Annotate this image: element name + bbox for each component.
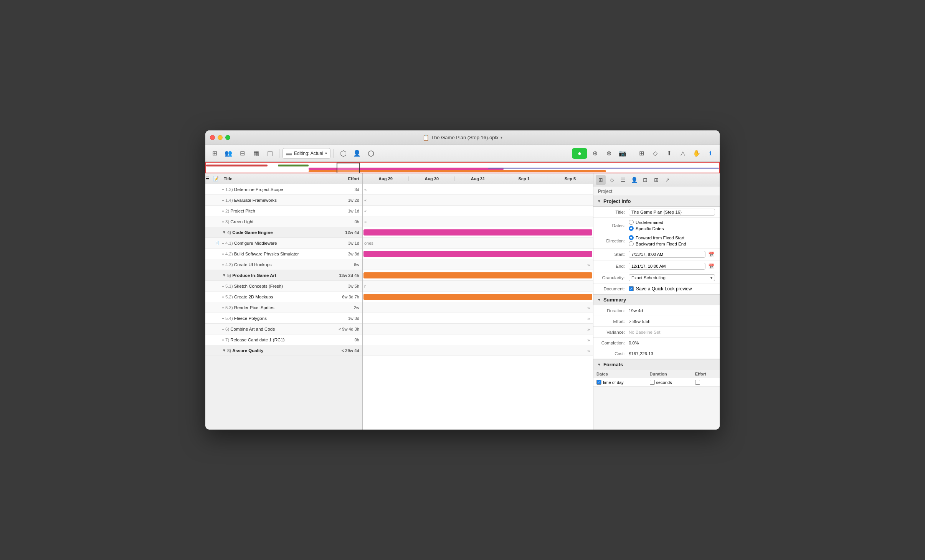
chart-row: » bbox=[363, 324, 593, 334]
overview-cursor[interactable] bbox=[337, 163, 360, 173]
table-row[interactable]: • 1.4) Evaluate Frameworks 1w 2d bbox=[205, 195, 362, 206]
back-nav-button[interactable]: ⬡ bbox=[337, 148, 349, 159]
row-title-cell: • 5.2) Create 2D Mockups bbox=[221, 295, 335, 299]
dropdown-arrow[interactable]: ▾ bbox=[500, 135, 502, 140]
layout-button[interactable]: ◫ bbox=[264, 148, 276, 159]
connect-button[interactable]: ⊕ bbox=[589, 148, 601, 159]
table-row[interactable]: ▼ 5) Produce In-Game Art 13w 2d 4h bbox=[205, 270, 362, 281]
table-row[interactable]: • 5.4) Fleece Polygons 1w 3d bbox=[205, 313, 362, 324]
row-id: 5.1) bbox=[225, 284, 233, 288]
green-action-button[interactable]: ● bbox=[572, 148, 587, 159]
row-effort-cell: 0h bbox=[335, 219, 362, 224]
table-row[interactable]: • 7) Release Candidate 1 (RC1) 0h bbox=[205, 334, 362, 345]
table-row[interactable]: • 2) Project Pitch 1w 1d bbox=[205, 206, 362, 216]
project-info-header[interactable]: ▼ Project Info bbox=[593, 196, 720, 207]
grid-view-button[interactable]: ⊟ bbox=[236, 148, 248, 159]
split-button[interactable]: ⊗ bbox=[603, 148, 615, 159]
table-row[interactable]: • 4.3) Create UI Hookups 6w bbox=[205, 259, 362, 270]
cost-value: $167,226.13 bbox=[629, 351, 653, 356]
row-bullet: • bbox=[222, 209, 224, 213]
triangle-button[interactable]: △ bbox=[677, 148, 689, 159]
dates-specific-radio[interactable] bbox=[629, 226, 634, 231]
table-row[interactable]: • 5.3) Render Pixel Sprites 2w bbox=[205, 302, 362, 313]
panel-btn-list[interactable]: ☰ bbox=[618, 175, 628, 185]
project-title-input[interactable] bbox=[629, 209, 715, 216]
maximize-button[interactable] bbox=[225, 135, 230, 140]
dates-specific-option[interactable]: Specific Dates bbox=[629, 226, 664, 231]
date-col-sep1: Sep 1 bbox=[501, 176, 547, 181]
panel-btn-project[interactable]: ⊞ bbox=[596, 175, 606, 185]
people-button[interactable]: 👥 bbox=[222, 148, 235, 159]
minimize-button[interactable] bbox=[218, 135, 223, 140]
row-title-text: Build Software Physics Simulator bbox=[234, 252, 299, 256]
table-row[interactable]: • 5.1) Sketch Concepts (Fresh) 3w 5h bbox=[205, 281, 362, 292]
table-row[interactable]: ▼ 8) Assure Quality < 29w 4d bbox=[205, 345, 362, 356]
panel-btn-table[interactable]: ⊞ bbox=[651, 175, 661, 185]
dates-checkbox[interactable]: ✓ bbox=[596, 380, 601, 385]
panel-btn-person[interactable]: 👤 bbox=[629, 175, 639, 185]
panel-btn-diamond[interactable]: ◇ bbox=[607, 175, 617, 185]
overview-bar[interactable] bbox=[205, 162, 720, 173]
row-bullet: • bbox=[222, 241, 224, 245]
editing-selector[interactable]: ▬ Editing: Actual ▾ bbox=[282, 148, 330, 159]
bar-view-button[interactable]: ▦ bbox=[250, 148, 262, 159]
row-title-text: Code Game Engine bbox=[232, 230, 273, 235]
row-effort-cell: 6w 3d 7h bbox=[335, 295, 362, 299]
panel-btn-resize[interactable]: ⊡ bbox=[640, 175, 650, 185]
table-row[interactable]: • 1.3) Determine Project Scope 3d bbox=[205, 184, 362, 195]
forward-nav-button[interactable]: ⬡ bbox=[365, 148, 377, 159]
table-row[interactable]: 📄 • 4.1) Configure Middleware 3w 1d bbox=[205, 238, 362, 249]
table-row[interactable]: • 4.2) Build Software Physics Simulator … bbox=[205, 249, 362, 259]
diamond-view-button[interactable]: ◇ bbox=[649, 148, 661, 159]
upload-button[interactable]: ⬆ bbox=[663, 148, 675, 159]
ov-bar-purple bbox=[488, 168, 719, 169]
duration-checkbox[interactable] bbox=[650, 380, 655, 385]
row-bullet: • bbox=[222, 338, 224, 342]
gantt-bar-code-engine[interactable] bbox=[363, 229, 592, 236]
granularity-select[interactable]: Exact Scheduling ▾ bbox=[629, 274, 715, 281]
direction-backward-option[interactable]: Backward from Fixed End bbox=[629, 241, 686, 246]
right-panel: ⊞ ◇ ☰ 👤 ⊡ ⊞ ↗ Project ▼ Project Info bbox=[593, 173, 720, 430]
document-checkbox[interactable]: ✓ bbox=[629, 286, 634, 291]
disclosure-icon[interactable]: ▼ bbox=[222, 273, 226, 277]
duration-field: Duration: 19w 4d bbox=[593, 305, 720, 316]
dates-undetermined-option[interactable]: Undetermined bbox=[629, 220, 664, 225]
table-row[interactable]: • 6) Combine Art and Code < 9w 4d 3h bbox=[205, 324, 362, 334]
formats-effort-cell bbox=[692, 378, 720, 387]
row-id: 4) bbox=[227, 230, 231, 235]
gantt-bar-art[interactable] bbox=[363, 272, 592, 278]
end-calendar-button[interactable]: 📅 bbox=[707, 262, 715, 270]
person-button[interactable]: 👤 bbox=[351, 148, 363, 159]
table-view-button[interactable]: ⊞ bbox=[635, 148, 648, 159]
direction-forward-option[interactable]: Forward from Fixed Start bbox=[629, 235, 686, 240]
chart-row: » bbox=[363, 334, 593, 345]
formats-col-dates: Dates bbox=[593, 370, 647, 378]
main-window: 📋 The Game Plan (Step 16).oplx ▾ ⊞ 👥 ⊟ ▦… bbox=[205, 130, 720, 430]
sidebar-toggle-button[interactable]: ⊞ bbox=[208, 148, 221, 159]
close-button[interactable] bbox=[210, 135, 215, 140]
start-calendar-button[interactable]: 📅 bbox=[707, 250, 715, 258]
end-date-input[interactable] bbox=[629, 263, 705, 270]
direction-backward-radio[interactable] bbox=[629, 241, 634, 246]
table-row[interactable]: ▼ 4) Code Game Engine 12w 4d bbox=[205, 227, 362, 238]
disclosure-icon[interactable]: ▼ bbox=[222, 230, 226, 234]
dates-field-label: Dates: bbox=[598, 223, 629, 228]
panel-btn-export[interactable]: ↗ bbox=[662, 175, 672, 185]
start-date-input[interactable] bbox=[629, 251, 705, 258]
info-button[interactable]: ℹ bbox=[704, 148, 717, 159]
row-title-cell: ▼ 4) Code Game Engine bbox=[221, 230, 335, 235]
effort-checkbox[interactable] bbox=[695, 380, 700, 385]
row-bullet: • bbox=[222, 252, 224, 256]
dates-undetermined-radio[interactable] bbox=[629, 220, 634, 225]
separator-3 bbox=[632, 149, 632, 158]
table-row[interactable]: • 5.2) Create 2D Mockups 6w 3d 7h bbox=[205, 292, 362, 302]
formats-header[interactable]: ▼ Formats bbox=[593, 359, 720, 370]
stop-button[interactable]: ✋ bbox=[690, 148, 703, 159]
gantt-bar-physics[interactable] bbox=[363, 251, 592, 257]
disclosure-icon[interactable]: ▼ bbox=[222, 348, 226, 352]
direction-forward-radio[interactable] bbox=[629, 235, 634, 240]
summary-header[interactable]: ▼ Summary bbox=[593, 294, 720, 305]
table-row[interactable]: • 3) Green Light 0h bbox=[205, 216, 362, 227]
gantt-bar-mockups[interactable] bbox=[363, 294, 592, 300]
camera-button[interactable]: 📷 bbox=[616, 148, 629, 159]
